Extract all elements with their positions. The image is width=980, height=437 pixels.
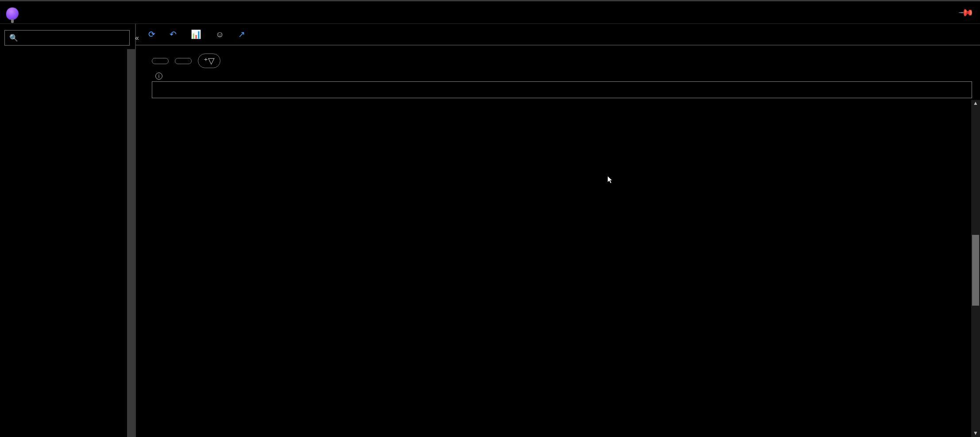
- search-input[interactable]: [158, 85, 966, 95]
- cursor-icon: [605, 174, 615, 186]
- main-content: ⟳ ↶ 📊 ☺ ↗ ⁺▽ i ▲: [135, 24, 980, 437]
- pin-icon[interactable]: 📌: [958, 4, 974, 21]
- feedback-icon: ☺: [216, 30, 224, 39]
- toolbar: ⟳ ↶ 📊 ☺ ↗: [136, 24, 980, 46]
- help-button[interactable]: ↗: [238, 29, 249, 39]
- add-filter-button[interactable]: ⁺▽: [198, 54, 220, 68]
- results-list: ▲ ▼: [136, 100, 980, 437]
- info-icon[interactable]: i: [155, 73, 162, 80]
- feedback-button[interactable]: ☺: [216, 30, 228, 39]
- search-icon: 🔍: [9, 34, 18, 42]
- app-insights-icon: [6, 8, 19, 20]
- reset-icon: ↶: [170, 29, 177, 39]
- filter-icon: ⁺▽: [204, 56, 215, 65]
- scroll-down-arrow[interactable]: ▼: [972, 430, 979, 437]
- sidebar-search-input[interactable]: [22, 33, 125, 42]
- refresh-button[interactable]: ⟳: [148, 29, 159, 39]
- refresh-icon: ⟳: [148, 29, 155, 39]
- scrollbar[interactable]: ▲ ▼: [971, 100, 980, 437]
- logs-button[interactable]: 📊: [191, 29, 205, 39]
- collapse-sidebar-icon[interactable]: «: [132, 33, 142, 43]
- sidebar: 🔍 «: [0, 24, 135, 437]
- help-icon: ↗: [238, 29, 245, 39]
- scroll-thumb[interactable]: [972, 235, 979, 306]
- sidebar-search[interactable]: 🔍: [4, 30, 130, 46]
- logs-icon: 📊: [191, 29, 201, 39]
- scroll-up-arrow[interactable]: ▲: [972, 100, 979, 107]
- event-types-pill[interactable]: [175, 58, 192, 64]
- reset-button[interactable]: ↶: [170, 29, 180, 39]
- search-field-wrap[interactable]: [152, 81, 972, 98]
- time-range-pill[interactable]: [152, 58, 169, 64]
- page-header: 📌: [0, 1, 980, 24]
